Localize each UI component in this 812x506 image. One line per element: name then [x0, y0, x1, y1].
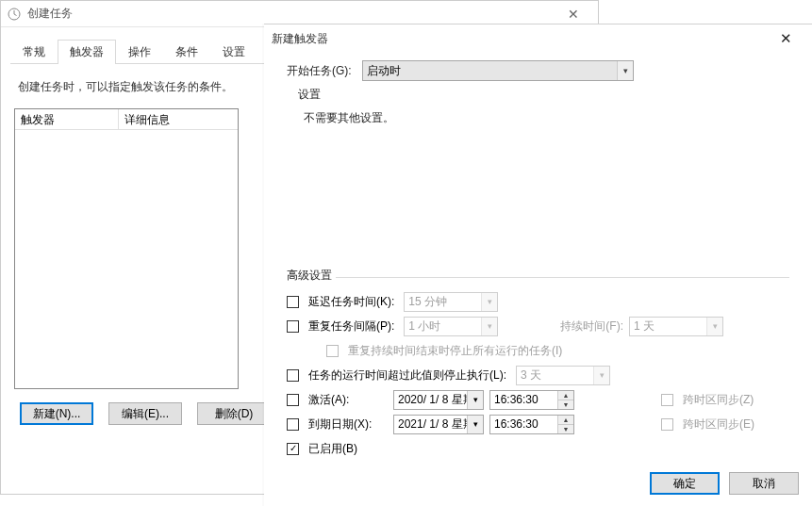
enabled-checkbox[interactable]	[287, 443, 299, 455]
chevron-down-icon: ▾	[467, 416, 483, 433]
delay-select[interactable]: 15 分钟 ▾	[404, 292, 498, 312]
activate-date[interactable]: 2020/ 1/ 8 星期 ▾	[393, 390, 484, 410]
stop-after-checkbox[interactable]	[287, 369, 299, 382]
repeat-checkbox[interactable]	[287, 320, 299, 333]
chevron-down-icon: ▾	[481, 293, 497, 311]
start-task-label: 开始任务(G):	[287, 63, 362, 79]
col-trigger[interactable]: 触发器	[15, 109, 119, 129]
stop-all-checkbox	[326, 345, 339, 357]
start-task-select[interactable]: 启动时 ▾	[362, 60, 634, 81]
tab-actions[interactable]: 操作	[116, 40, 163, 64]
delete-button[interactable]: 删除(D)	[197, 402, 271, 425]
duration-label: 持续时间(F):	[560, 318, 623, 335]
col-detail[interactable]: 详细信息	[119, 109, 238, 129]
triggers-table[interactable]: 触发器 详细信息	[14, 108, 239, 389]
activate-label: 激活(A):	[308, 392, 388, 408]
ok-button[interactable]: 确定	[650, 472, 720, 495]
duration-select[interactable]: 1 天 ▾	[629, 317, 723, 336]
window-title: 创建任务	[27, 6, 555, 22]
chevron-down-icon: ▾	[593, 367, 609, 384]
chevron-down-icon: ▾	[706, 318, 722, 335]
settings-message: 不需要其他设置。	[304, 110, 789, 126]
dialog-title: 新建触发器	[272, 31, 767, 47]
clock-icon	[7, 7, 22, 22]
new-trigger-dialog: 新建触发器 ✕ 开始任务(G): 启动时 ▾ 设置 不需要其他设置。 高级设置 …	[264, 24, 812, 506]
tab-conditions[interactable]: 条件	[163, 40, 210, 64]
chevron-down-icon: ▾	[467, 391, 483, 409]
enabled-label: 已启用(B)	[308, 441, 357, 457]
expire-date[interactable]: 2021/ 1/ 8 星期 ▾	[393, 415, 484, 434]
activate-time[interactable]: 16:36:30 ▲▼	[489, 390, 574, 410]
new-button[interactable]: 新建(N)...	[20, 402, 93, 425]
cancel-button[interactable]: 取消	[729, 472, 799, 495]
chevron-down-icon: ▾	[481, 318, 497, 335]
activate-tz-checkbox	[661, 394, 673, 406]
delay-checkbox[interactable]	[287, 296, 299, 308]
stop-after-select[interactable]: 3 天 ▾	[516, 366, 610, 385]
tab-settings[interactable]: 设置	[210, 40, 257, 64]
tab-triggers[interactable]: 触发器	[58, 40, 116, 64]
close-icon[interactable]: ✕	[767, 30, 804, 47]
spinner-icon[interactable]: ▲▼	[557, 416, 573, 433]
expire-time[interactable]: 16:36:30 ▲▼	[489, 415, 574, 434]
chevron-down-icon: ▾	[617, 61, 633, 80]
tab-general[interactable]: 常规	[10, 40, 58, 64]
repeat-select[interactable]: 1 小时 ▾	[404, 317, 498, 336]
start-task-value: 启动时	[367, 63, 401, 79]
activate-checkbox[interactable]	[287, 394, 299, 406]
delay-label: 延迟任务时间(K):	[308, 294, 394, 310]
close-icon[interactable]: ✕	[555, 7, 592, 22]
table-header: 触发器 详细信息	[15, 109, 238, 130]
dialog-titlebar: 新建触发器 ✕	[264, 24, 812, 53]
stop-after-label: 任务的运行时间超过此值则停止执行(L):	[308, 367, 506, 384]
settings-heading: 设置	[298, 87, 789, 103]
advanced-heading: 高级设置	[287, 268, 789, 278]
expire-checkbox[interactable]	[287, 418, 299, 431]
spinner-icon[interactable]: ▲▼	[557, 391, 573, 409]
stop-all-label: 重复持续时间结束时停止所有运行的任务(I)	[348, 343, 562, 359]
expire-tz-label: 跨时区同步(E)	[683, 416, 754, 433]
expire-tz-checkbox	[661, 418, 673, 431]
edit-button[interactable]: 编辑(E)...	[108, 402, 182, 425]
activate-tz-label: 跨时区同步(Z)	[683, 392, 754, 408]
repeat-label: 重复任务间隔(P):	[308, 318, 394, 335]
expire-label: 到期日期(X):	[308, 416, 388, 433]
